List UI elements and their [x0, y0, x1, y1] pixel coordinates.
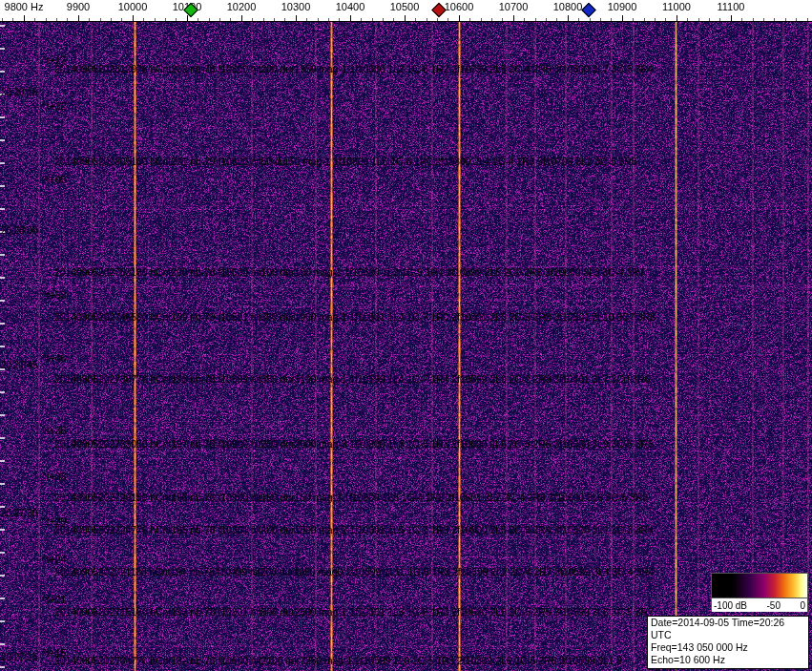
blue-marker-diamond[interactable] [581, 3, 596, 18]
freq-tick-label: 9800 Hz [5, 1, 44, 12]
db-gradient-bar [712, 574, 807, 598]
freq-tick-mark [350, 15, 351, 21]
freq-tick-mark [405, 15, 406, 21]
db-labels: -100 dB -50 0 [712, 598, 807, 612]
freq-tick-label: 10500 [390, 1, 420, 12]
freq-minor-ticks [0, 18, 812, 21]
freq-tick-label: 10700 [499, 1, 529, 12]
freq-tick-label: 10400 [336, 1, 365, 12]
freq-tick-mark [677, 15, 677, 21]
db-label-min: -100 dB [714, 600, 747, 611]
freq-tick-label: 10300 [281, 1, 311, 12]
freq-tick-mark [133, 15, 134, 21]
freq-tick-mark [24, 15, 25, 21]
info-date-time: Date=2014-09-05 Time=20:26 UTC [651, 617, 805, 641]
info-echo-freq: Echo=10 600 Hz [651, 654, 805, 666]
freq-tick-mark [513, 15, 514, 21]
freq-tick-label: 10000 [118, 1, 148, 12]
freq-tick-mark [459, 15, 460, 21]
freq-tick-mark [731, 15, 732, 21]
db-label-max: 0 [800, 600, 805, 611]
freq-tick-mark [568, 15, 569, 21]
freq-tick-label: 10200 [227, 1, 257, 12]
freq-tick-mark [241, 15, 242, 21]
db-label-mid: -50 [767, 600, 781, 611]
freq-tick-mark [622, 15, 623, 21]
spectrogram-canvas[interactable] [0, 21, 812, 671]
waterfall [0, 21, 812, 671]
freq-tick-label: 10800 [553, 1, 583, 12]
freq-tick-mark [296, 15, 297, 21]
freq-tick-label: 11000 [662, 1, 691, 12]
freq-tick-label: 10900 [608, 1, 637, 12]
freq-tick-mark [187, 15, 188, 21]
freq-tick-label: 10600 [445, 1, 474, 12]
app-root: { "scale": { "ticks": [ {"label":"9800 H… [0, 0, 812, 671]
info-station-id: HPHK [651, 666, 805, 671]
db-colorbar: -100 dB -50 0 [711, 573, 808, 612]
frequency-scale: 9800 Hz990010000101001020010300104001050… [0, 0, 812, 22]
status-info-box: Date=2014-09-05 Time=20:26 UTC Freq=143 … [647, 616, 809, 669]
freq-tick-label: 11100 [718, 1, 745, 12]
freq-tick-label: 9900 [67, 1, 90, 12]
info-frequency: Freq=143 050 000 Hz [651, 641, 805, 654]
freq-tick-mark [78, 15, 79, 21]
